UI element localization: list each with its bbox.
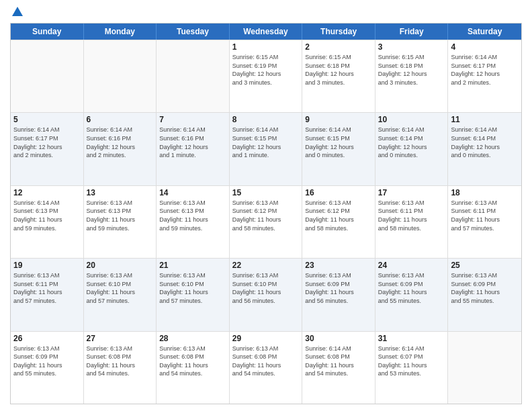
- calendar-row: 26Sunrise: 6:13 AMSunset: 6:09 PMDayligh…: [11, 331, 521, 404]
- cell-day-number: 4: [451, 42, 519, 52]
- cell-day-number: 21: [159, 261, 226, 270]
- cell-info: Sunrise: 6:14 AMSunset: 6:15 PMDaylight:…: [232, 126, 300, 159]
- cell-info: Sunrise: 6:13 AMSunset: 6:08 PMDaylight:…: [87, 345, 154, 378]
- cell-day-number: 12: [13, 188, 81, 197]
- calendar-cell: 7Sunrise: 6:14 AMSunset: 6:16 PMDaylight…: [157, 113, 230, 185]
- calendar-cell: 29Sunrise: 6:13 AMSunset: 6:08 PMDayligh…: [230, 332, 303, 404]
- cell-info: Sunrise: 6:13 AMSunset: 6:13 PMDaylight:…: [159, 199, 226, 232]
- cell-day-number: 20: [87, 261, 154, 270]
- cell-day-number: 27: [87, 334, 154, 343]
- calendar-cell: 17Sunrise: 6:13 AMSunset: 6:11 PMDayligh…: [375, 186, 449, 258]
- calendar-cell: 8Sunrise: 6:14 AMSunset: 6:15 PMDaylight…: [230, 113, 303, 185]
- cell-info: Sunrise: 6:13 AMSunset: 6:10 PMDaylight:…: [159, 271, 226, 305]
- calendar-cell: 20Sunrise: 6:13 AMSunset: 6:10 PMDayligh…: [84, 259, 157, 330]
- logo: [10, 7, 23, 17]
- cell-info: Sunrise: 6:15 AMSunset: 6:18 PMDaylight:…: [378, 53, 445, 87]
- calendar: SundayMondayTuesdayWednesdayThursdayFrid…: [10, 23, 522, 404]
- calendar-cell: 10Sunrise: 6:14 AMSunset: 6:14 PMDayligh…: [375, 113, 449, 185]
- calendar-cell: 24Sunrise: 6:13 AMSunset: 6:09 PMDayligh…: [375, 259, 449, 330]
- cell-day-number: 3: [378, 42, 445, 52]
- cell-info: Sunrise: 6:14 AMSunset: 6:16 PMDaylight:…: [87, 126, 154, 159]
- calendar-row: 19Sunrise: 6:13 AMSunset: 6:11 PMDayligh…: [11, 258, 521, 330]
- cell-day-number: 15: [232, 188, 300, 197]
- day-header-monday: Monday: [84, 24, 157, 40]
- cell-day-number: 28: [159, 334, 226, 343]
- cell-info: Sunrise: 6:14 AMSunset: 6:13 PMDaylight:…: [13, 199, 81, 232]
- cell-day-number: 25: [451, 261, 519, 270]
- calendar-cell: 26Sunrise: 6:13 AMSunset: 6:09 PMDayligh…: [11, 332, 84, 404]
- cell-info: Sunrise: 6:13 AMSunset: 6:12 PMDaylight:…: [305, 199, 372, 232]
- cell-info: Sunrise: 6:14 AMSunset: 6:17 PMDaylight:…: [13, 126, 81, 159]
- calendar-cell: 3Sunrise: 6:15 AMSunset: 6:18 PMDaylight…: [375, 40, 449, 112]
- cell-day-number: 22: [232, 261, 300, 270]
- calendar-cell: 23Sunrise: 6:13 AMSunset: 6:09 PMDayligh…: [302, 259, 375, 330]
- cell-info: Sunrise: 6:15 AMSunset: 6:19 PMDaylight:…: [232, 53, 300, 87]
- calendar-cell: [84, 40, 157, 112]
- cell-day-number: 11: [451, 115, 519, 124]
- calendar-cell: 30Sunrise: 6:14 AMSunset: 6:08 PMDayligh…: [302, 332, 375, 404]
- calendar-cell: 12Sunrise: 6:14 AMSunset: 6:13 PMDayligh…: [11, 186, 84, 258]
- cell-info: Sunrise: 6:13 AMSunset: 6:11 PMDaylight:…: [378, 199, 445, 232]
- calendar-cell: 2Sunrise: 6:15 AMSunset: 6:18 PMDaylight…: [302, 40, 375, 112]
- day-header-sunday: Sunday: [11, 24, 84, 40]
- calendar-row: 5Sunrise: 6:14 AMSunset: 6:17 PMDaylight…: [11, 112, 521, 185]
- day-header-friday: Friday: [375, 24, 449, 40]
- header: [10, 7, 522, 17]
- calendar-cell: 1Sunrise: 6:15 AMSunset: 6:19 PMDaylight…: [230, 40, 303, 112]
- cell-day-number: 2: [305, 42, 372, 52]
- cell-info: Sunrise: 6:13 AMSunset: 6:11 PMDaylight:…: [451, 199, 519, 232]
- calendar-row: 12Sunrise: 6:14 AMSunset: 6:13 PMDayligh…: [11, 185, 521, 258]
- cell-day-number: 30: [305, 334, 372, 343]
- calendar-cell: 4Sunrise: 6:14 AMSunset: 6:17 PMDaylight…: [448, 40, 521, 112]
- cell-day-number: 17: [378, 188, 445, 197]
- cell-info: Sunrise: 6:13 AMSunset: 6:13 PMDaylight:…: [87, 199, 154, 232]
- calendar-cell: 16Sunrise: 6:13 AMSunset: 6:12 PMDayligh…: [302, 186, 375, 258]
- cell-info: Sunrise: 6:13 AMSunset: 6:10 PMDaylight:…: [232, 271, 300, 305]
- cell-day-number: 5: [13, 115, 81, 124]
- cell-info: Sunrise: 6:14 AMSunset: 6:07 PMDaylight:…: [378, 345, 445, 378]
- cell-day-number: 24: [378, 261, 445, 270]
- calendar-cell: 25Sunrise: 6:13 AMSunset: 6:09 PMDayligh…: [448, 259, 521, 330]
- cell-day-number: 9: [305, 115, 372, 124]
- cell-day-number: 8: [232, 115, 300, 124]
- calendar-row: 1Sunrise: 6:15 AMSunset: 6:19 PMDaylight…: [11, 40, 521, 112]
- calendar-cell: 28Sunrise: 6:13 AMSunset: 6:08 PMDayligh…: [157, 332, 230, 404]
- cell-day-number: 19: [13, 261, 81, 270]
- calendar-cell: 21Sunrise: 6:13 AMSunset: 6:10 PMDayligh…: [157, 259, 230, 330]
- cell-info: Sunrise: 6:13 AMSunset: 6:09 PMDaylight:…: [378, 271, 445, 305]
- calendar-cell: 19Sunrise: 6:13 AMSunset: 6:11 PMDayligh…: [11, 259, 84, 330]
- day-header-thursday: Thursday: [302, 24, 375, 40]
- calendar-cell: 27Sunrise: 6:13 AMSunset: 6:08 PMDayligh…: [84, 332, 157, 404]
- cell-day-number: 26: [13, 334, 81, 343]
- calendar-cell: 13Sunrise: 6:13 AMSunset: 6:13 PMDayligh…: [84, 186, 157, 258]
- calendar-cell: 11Sunrise: 6:14 AMSunset: 6:14 PMDayligh…: [448, 113, 521, 185]
- cell-day-number: 14: [159, 188, 226, 197]
- calendar-cell: [448, 332, 521, 404]
- cell-info: Sunrise: 6:13 AMSunset: 6:11 PMDaylight:…: [13, 271, 81, 305]
- calendar-cell: 31Sunrise: 6:14 AMSunset: 6:07 PMDayligh…: [375, 332, 449, 404]
- calendar-cell: 14Sunrise: 6:13 AMSunset: 6:13 PMDayligh…: [157, 186, 230, 258]
- cell-day-number: 31: [378, 334, 445, 343]
- cell-info: Sunrise: 6:14 AMSunset: 6:17 PMDaylight:…: [451, 53, 519, 87]
- cell-day-number: 6: [87, 115, 154, 124]
- logo-triangle-icon: [12, 7, 23, 16]
- cell-info: Sunrise: 6:13 AMSunset: 6:09 PMDaylight:…: [451, 271, 519, 305]
- day-header-wednesday: Wednesday: [230, 24, 303, 40]
- cell-info: Sunrise: 6:13 AMSunset: 6:08 PMDaylight:…: [159, 345, 226, 378]
- cell-day-number: 7: [159, 115, 226, 124]
- cell-info: Sunrise: 6:13 AMSunset: 6:09 PMDaylight:…: [305, 271, 372, 305]
- cell-info: Sunrise: 6:13 AMSunset: 6:10 PMDaylight:…: [87, 271, 154, 305]
- cell-info: Sunrise: 6:14 AMSunset: 6:08 PMDaylight:…: [305, 345, 372, 378]
- calendar-cell: [11, 40, 84, 112]
- cell-day-number: 29: [232, 334, 300, 343]
- cell-day-number: 1: [232, 42, 300, 52]
- calendar-cell: 22Sunrise: 6:13 AMSunset: 6:10 PMDayligh…: [230, 259, 303, 330]
- cell-day-number: 23: [305, 261, 372, 270]
- cell-info: Sunrise: 6:14 AMSunset: 6:14 PMDaylight:…: [378, 126, 445, 159]
- cell-day-number: 18: [451, 188, 519, 197]
- page: SundayMondayTuesdayWednesdayThursdayFrid…: [0, 0, 532, 411]
- day-headers: SundayMondayTuesdayWednesdayThursdayFrid…: [11, 24, 521, 40]
- calendar-cell: 9Sunrise: 6:14 AMSunset: 6:15 PMDaylight…: [302, 113, 375, 185]
- calendar-cell: 5Sunrise: 6:14 AMSunset: 6:17 PMDaylight…: [11, 113, 84, 185]
- day-header-saturday: Saturday: [448, 24, 521, 40]
